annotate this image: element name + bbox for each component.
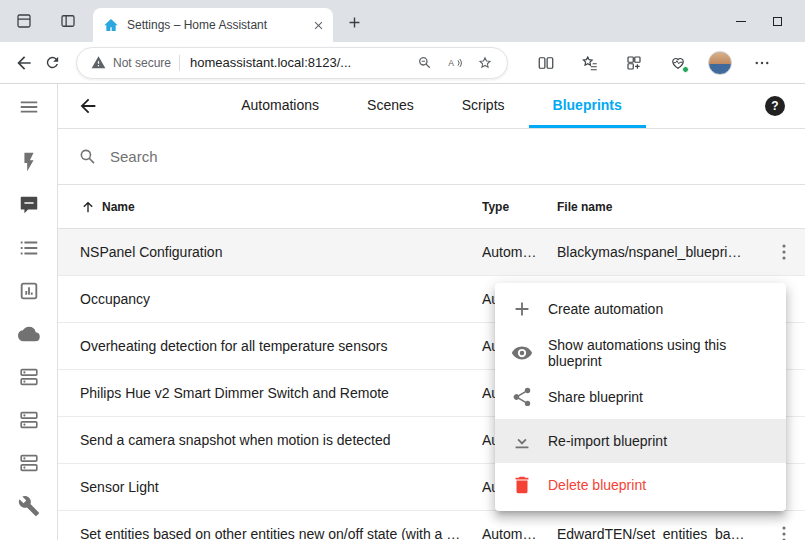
row-file: Blackymas/nspanel_blueprin… — [557, 244, 763, 260]
share-icon — [511, 386, 533, 408]
developer-tools-icon[interactable] — [17, 494, 41, 518]
tab-close-icon[interactable] — [309, 16, 327, 34]
split-screen-icon[interactable] — [532, 49, 560, 77]
table-row[interactable]: NSPanel Configuration Autom… Blackymas/n… — [58, 229, 805, 276]
tab-blueprints[interactable]: Blueprints — [529, 84, 646, 128]
zoom-icon[interactable] — [413, 51, 437, 75]
table-row[interactable]: Set entities based on other entities new… — [58, 511, 805, 540]
column-header-type[interactable]: Type — [482, 200, 557, 214]
favorite-star-icon[interactable] — [473, 51, 497, 75]
media-icon[interactable] — [17, 193, 41, 217]
menu-item-label: Re-import blueprint — [548, 433, 667, 449]
maximize-button[interactable] — [759, 0, 796, 42]
profile-avatar[interactable] — [708, 51, 732, 75]
not-secure-warning-icon[interactable] — [91, 55, 106, 70]
plus-icon — [511, 298, 533, 320]
close-button[interactable] — [796, 0, 805, 42]
workspaces-icon[interactable] — [14, 11, 34, 31]
sidebar-nav — [17, 150, 41, 518]
menu-item-show-automations[interactable]: Show automations using this blueprint — [495, 331, 786, 375]
server-2-icon[interactable] — [17, 408, 41, 432]
energy-icon[interactable] — [17, 150, 41, 174]
server-1-icon[interactable] — [17, 365, 41, 389]
tab-scenes[interactable]: Scenes — [343, 84, 438, 128]
menu-item-delete-blueprint[interactable]: Delete blueprint — [495, 463, 786, 507]
menu-item-label: Show automations using this blueprint — [548, 337, 770, 369]
browser-tab[interactable]: Settings – Home Assistant — [93, 8, 333, 42]
table-header: Name Type File name — [58, 185, 805, 229]
tab-title: Settings – Home Assistant — [127, 18, 309, 32]
ha-header: Automations Scenes Scripts Blueprints ? — [58, 84, 805, 129]
row-type: Autom… — [482, 244, 557, 260]
vertical-tabs-icon[interactable] — [58, 11, 78, 31]
refresh-icon[interactable] — [38, 49, 66, 77]
address-divider — [179, 55, 180, 71]
security-label: Not secure — [113, 56, 171, 70]
history-icon[interactable] — [17, 279, 41, 303]
svg-text:A: A — [448, 57, 454, 67]
row-file: EdwardTEN/set_entities_bas… — [557, 526, 763, 540]
browser-toolbar: Not secure homeassistant.local:8123/... … — [0, 42, 805, 84]
row-name: Sensor Light — [80, 479, 482, 495]
read-aloud-icon[interactable]: A — [443, 51, 467, 75]
minimize-button[interactable] — [722, 0, 759, 42]
back-icon[interactable] — [10, 49, 38, 77]
essentials-status-dot — [682, 66, 689, 73]
tab-scripts[interactable]: Scripts — [438, 84, 529, 128]
menu-item-label: Delete blueprint — [548, 477, 646, 493]
search-bar — [58, 129, 805, 185]
row-overflow-menu-icon[interactable] — [763, 523, 805, 540]
browser-menu-icon[interactable] — [748, 49, 776, 77]
favorites-icon[interactable] — [576, 49, 604, 77]
ha-tab-bar: Automations Scenes Scripts Blueprints — [58, 84, 805, 128]
menu-item-reimport-blueprint[interactable]: Re-import blueprint — [495, 419, 786, 463]
column-header-name[interactable]: Name — [80, 199, 482, 215]
new-tab-button[interactable] — [344, 12, 364, 32]
url-text[interactable]: homeassistant.local:8123/... — [190, 55, 407, 70]
help-icon[interactable]: ? — [765, 96, 785, 116]
home-assistant-favicon-icon — [103, 17, 119, 33]
browser-essentials-icon[interactable] — [664, 49, 692, 77]
trash-icon — [511, 474, 533, 496]
search-icon — [78, 147, 98, 167]
row-name: Occupancy — [80, 291, 482, 307]
logbook-icon[interactable] — [17, 236, 41, 260]
browser-tab-strip: Settings – Home Assistant — [0, 0, 805, 42]
browser-window: Settings – Home Assistant N — [0, 0, 805, 540]
sort-ascending-icon — [80, 199, 96, 215]
ha-sidebar — [0, 84, 58, 540]
eye-icon — [511, 342, 533, 364]
address-bar[interactable]: Not secure homeassistant.local:8123/... … — [76, 47, 508, 79]
row-name: Philips Hue v2 Smart Dimmer Switch and R… — [80, 385, 482, 401]
menu-item-create-automation[interactable]: Create automation — [495, 287, 786, 331]
search-input[interactable] — [110, 148, 789, 165]
row-name: NSPanel Configuration — [80, 244, 482, 260]
menu-item-label: Create automation — [548, 301, 663, 317]
sidebar-menu-icon[interactable] — [17, 95, 41, 119]
tab-automations[interactable]: Automations — [217, 84, 343, 128]
blueprint-context-menu: Create automation Show automations using… — [495, 283, 786, 511]
cloud-icon[interactable] — [17, 322, 41, 346]
ha-back-icon[interactable] — [76, 94, 100, 118]
row-overflow-menu-icon[interactable] — [763, 241, 805, 263]
extensions-icon[interactable] — [620, 49, 648, 77]
menu-item-label: Share blueprint — [548, 389, 643, 405]
server-3-icon[interactable] — [17, 451, 41, 475]
download-icon — [511, 430, 533, 452]
menu-item-share-blueprint[interactable]: Share blueprint — [495, 375, 786, 419]
toolbar-actions — [516, 49, 776, 77]
row-type: Autom… — [482, 526, 557, 540]
column-header-file[interactable]: File name — [557, 200, 763, 214]
window-controls — [722, 0, 805, 42]
row-name: Set entities based on other entities new… — [80, 526, 482, 540]
row-name: Send a camera snapshot when motion is de… — [80, 432, 482, 448]
row-name: Overheating detection for all temperatur… — [80, 338, 482, 354]
